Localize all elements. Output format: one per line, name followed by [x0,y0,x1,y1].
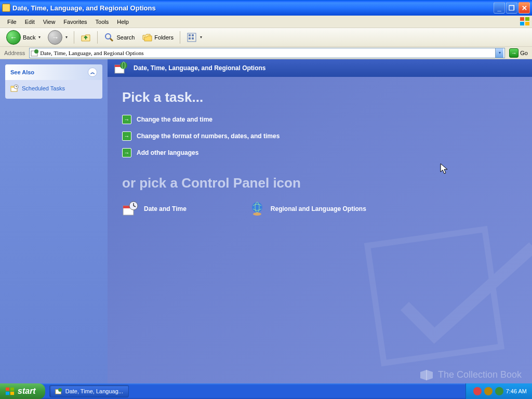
menubar: File Edit View Favorites Tools Help [0,16,532,28]
search-icon [104,32,114,43]
toolbar-separator [74,31,74,44]
up-folder-icon [81,32,91,43]
task-add-languages[interactable]: → Add other languages [122,148,517,157]
tray-security-icon[interactable] [473,387,482,395]
task-arrow-icon: → [122,131,131,141]
task-change-date-time[interactable]: → Change the date and time [122,115,517,124]
date-time-icon [122,201,139,217]
see-also-panel: See Also ︽ Scheduled Tasks [5,64,102,99]
book-icon [419,369,434,380]
svg-point-4 [105,34,111,39]
window-title: Date, Time, Language, and Regional Optio… [12,4,494,12]
globe-icon [249,201,265,217]
start-button[interactable]: start [0,383,45,399]
svg-rect-9 [189,37,191,39]
menu-help[interactable]: Help [113,17,133,26]
views-dropdown-icon[interactable]: ▾ [200,35,202,39]
toolbar: ← Back ▾ → ▾ Search Folders ▾ [0,28,532,47]
content-area: See Also ︽ Scheduled Tasks Date, Time, L… [0,59,532,383]
task-arrow-icon: → [122,115,131,124]
svg-rect-30 [10,392,14,395]
back-dropdown-icon[interactable]: ▾ [38,35,41,39]
back-arrow-icon: ← [6,30,21,45]
menu-view[interactable]: View [39,17,60,26]
search-button[interactable]: Search [101,31,138,44]
svg-point-26 [253,212,261,216]
forward-arrow-icon: → [48,30,62,45]
address-input[interactable] [40,50,495,56]
cp-icon-label: Date and Time [144,205,187,212]
cp-regional-language[interactable]: Regional and Language Options [249,201,366,217]
menu-favorites[interactable]: Favorites [59,17,91,26]
svg-rect-8 [192,34,194,36]
cp-date-and-time[interactable]: Date and Time [122,201,187,217]
svg-rect-28 [10,388,14,391]
folders-label: Folders [154,34,174,41]
watermark-text: The Collection Book [438,369,522,380]
address-icon [31,49,39,57]
svg-rect-10 [192,37,194,39]
see-also-header[interactable]: See Also ︽ [5,64,102,80]
svg-rect-29 [6,392,9,395]
taskbar-item[interactable]: Date, Time, Languag... [49,385,129,397]
start-label: start [18,387,36,396]
address-field[interactable]: ▾ [29,48,505,58]
task-label: Change the date and time [137,116,212,123]
address-dropdown-icon[interactable]: ▾ [495,48,503,58]
start-flag-icon [5,387,15,396]
views-button[interactable]: ▾ [183,31,205,44]
task-label: Add other languages [137,149,198,156]
search-label: Search [116,34,135,41]
go-button[interactable]: → Go [507,48,530,58]
menu-file[interactable]: File [3,17,21,26]
back-button[interactable]: ← Back ▾ [3,29,44,46]
minimize-button[interactable]: _ [494,2,505,14]
windows-flag-icon [520,17,530,26]
svg-rect-27 [6,388,9,391]
scheduled-tasks-link[interactable]: Scheduled Tasks [10,84,97,92]
background-watermark-icon [355,217,532,383]
svg-rect-7 [189,34,191,36]
task-change-format[interactable]: → Change the format of numbers, dates, a… [122,131,517,141]
category-title: Date, Time, Language, and Regional Optio… [134,64,265,72]
svg-rect-2 [520,22,524,25]
menu-tools[interactable]: Tools [91,17,113,26]
svg-point-24 [252,202,262,212]
svg-rect-1 [525,17,529,21]
tray-icon[interactable] [484,387,493,395]
svg-rect-3 [525,22,529,25]
address-label: Address [2,50,27,56]
back-label: Back [23,34,35,41]
clock[interactable]: 7:46 AM [506,388,527,394]
titlebar: Date, Time, Language, and Regional Optio… [0,0,532,16]
svg-line-5 [110,38,113,41]
collapse-icon[interactable]: ︽ [88,68,97,77]
svg-rect-16 [367,229,501,363]
addressbar: Address ▾ → Go [0,47,532,59]
task-arrow-icon: → [122,148,131,157]
close-button[interactable]: ✕ [518,2,530,14]
window-icon [2,4,10,12]
forward-dropdown-icon[interactable]: ▾ [65,35,68,39]
menu-edit[interactable]: Edit [21,17,39,26]
main-panel: Date, Time, Language, and Regional Optio… [108,59,532,383]
scheduled-tasks-icon [10,84,19,92]
tray-icon[interactable] [495,387,503,395]
toolbar-separator [97,31,98,44]
taskbar: start Date, Time, Languag... 7:46 AM [0,383,532,399]
system-tray[interactable]: 7:46 AM [466,383,532,399]
folders-icon [142,32,152,43]
see-also-title: See Also [10,69,34,75]
cp-icon-label: Regional and Language Options [271,205,366,212]
svg-rect-0 [520,17,524,21]
views-icon [187,32,197,43]
maximize-button[interactable]: ❐ [506,2,517,14]
category-header: Date, Time, Language, and Regional Optio… [108,59,532,77]
folders-button[interactable]: Folders [139,31,177,44]
scheduled-tasks-label: Scheduled Tasks [22,85,65,91]
forward-button[interactable]: → ▾ [45,29,71,46]
side-panel: See Also ︽ Scheduled Tasks [0,59,108,383]
pick-icon-heading: or pick a Control Panel icon [122,175,517,191]
up-button[interactable] [77,31,94,44]
category-icon [114,61,128,75]
